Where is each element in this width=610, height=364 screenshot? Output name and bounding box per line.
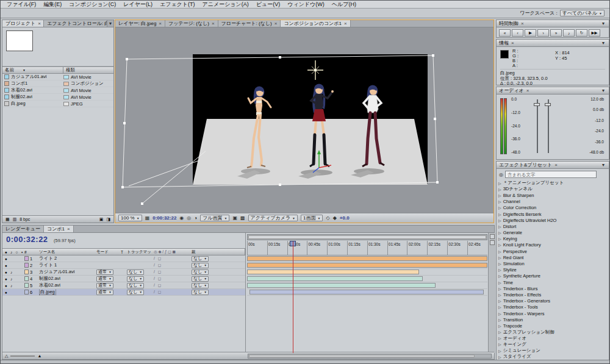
close-icon[interactable]: × xyxy=(554,162,558,168)
expander-icon[interactable]: ▷ xyxy=(498,336,501,340)
label-color-chip[interactable] xyxy=(24,263,29,268)
comp-flowchart-button[interactable] xyxy=(490,240,495,245)
effects-category-row[interactable]: ▷ Stylize xyxy=(497,267,609,273)
expander-icon[interactable]: ▷ xyxy=(498,312,501,316)
track-matte-select[interactable]: なし xyxy=(127,276,144,282)
label-color-chip[interactable] xyxy=(63,95,69,99)
close-icon[interactable]: × xyxy=(212,21,215,26)
first-frame-button[interactable]: « xyxy=(499,29,511,37)
track-matte-select[interactable]: なし xyxy=(127,269,144,275)
new-folder-icon[interactable]: ▣ xyxy=(99,217,104,222)
3d-switch-icon[interactable]: ◻ xyxy=(158,283,161,288)
zoom-slider[interactable] xyxy=(10,355,35,357)
parent-select[interactable]: なし xyxy=(192,269,209,275)
transparency-grid-icon[interactable]: ▩ xyxy=(240,215,245,221)
panel-menu-icon[interactable]: ▾ xyxy=(107,20,113,27)
ram-preview-button[interactable]: ▶▶ xyxy=(589,29,600,37)
expander-icon[interactable]: ▷ xyxy=(498,249,501,254)
zoom-out-icon[interactable]: △ xyxy=(5,354,8,359)
effects-category-row[interactable]: ▷ Tinderbox - Warpers xyxy=(497,310,609,316)
menu-item[interactable]: コンポジション(C) xyxy=(65,1,120,9)
expander-icon[interactable]: ▷ xyxy=(498,193,501,198)
column-type[interactable]: 種類 xyxy=(63,67,75,73)
effects-category-row[interactable]: ▷ Tinderbox - Effects xyxy=(497,291,609,298)
expander-icon[interactable]: ▷ xyxy=(498,205,501,210)
effects-category-row[interactable]: ▷ Transition xyxy=(497,316,609,323)
current-timecode[interactable]: 0:00:32:22 xyxy=(6,235,48,244)
audio-level-slider-right[interactable] xyxy=(548,99,549,153)
blend-mode-select[interactable]: 通常 xyxy=(96,290,113,295)
project-item-row[interactable]: コンポ1 コンポジション xyxy=(2,80,113,87)
3d-switch-icon[interactable]: ◻ xyxy=(158,263,161,268)
layer-row[interactable]: ● ♪ 4 制服02.avi 通常 なし / xyxy=(2,276,245,282)
speaker-icon[interactable] xyxy=(9,257,14,261)
layer-duration-bar[interactable] xyxy=(247,283,436,288)
timeline-horizontal-scrollbar[interactable] xyxy=(248,354,492,359)
expander-icon[interactable]: ▷ xyxy=(498,324,501,328)
effects-category-row[interactable]: ▷ Color Correction xyxy=(497,205,609,211)
effects-category-row[interactable]: ▷ Channel xyxy=(497,199,609,205)
close-icon[interactable]: × xyxy=(511,40,514,46)
effects-category-row[interactable]: ▷ Time xyxy=(497,279,609,285)
quality-switch-icon[interactable]: / xyxy=(154,263,155,268)
color-depth-icon[interactable]: ▥ xyxy=(13,217,17,222)
fast-preview-icon[interactable]: ◆ xyxy=(333,215,337,221)
eye-icon[interactable]: ● xyxy=(4,290,9,294)
layer-row[interactable]: ● 2 ライト 1 / xyxy=(2,262,245,269)
3d-switch-icon[interactable]: ◻ xyxy=(158,290,161,294)
expander-icon[interactable]: ▷ xyxy=(498,349,501,353)
viewer-timecode[interactable]: 0:00:32:22 xyxy=(152,215,176,221)
eye-icon[interactable]: ● xyxy=(4,263,9,268)
eye-icon[interactable]: ● xyxy=(4,257,9,261)
quality-switch-icon[interactable]: / xyxy=(154,269,155,274)
label-color-chip[interactable] xyxy=(24,276,29,281)
menu-item[interactable]: 編集(E) xyxy=(40,1,65,9)
slider-knob[interactable] xyxy=(534,103,540,106)
label-color-chip[interactable] xyxy=(63,88,69,93)
label-color-chip[interactable] xyxy=(63,75,69,79)
speaker-icon[interactable] xyxy=(9,263,14,268)
effects-category-row[interactable]: ▷ Knoll Light Factory xyxy=(497,242,609,248)
effects-category-row[interactable]: ▷ Synthetic Aperture xyxy=(497,273,609,279)
effects-category-row[interactable]: ▷ 3Dチャンネル xyxy=(497,186,609,192)
expander-icon[interactable]: ▷ xyxy=(498,181,501,185)
pixel-aspect-icon[interactable]: ◇ xyxy=(326,215,329,221)
expander-icon[interactable]: ▷ xyxy=(498,218,501,223)
speaker-icon[interactable]: ♪ xyxy=(9,284,14,288)
loop-button[interactable]: ↻ xyxy=(576,29,587,37)
eye-icon[interactable]: ● xyxy=(4,277,9,281)
effects-category-row[interactable]: ▷ Digieffects Berserk xyxy=(497,211,609,217)
quality-switch-icon[interactable]: / xyxy=(154,283,155,288)
zoom-select[interactable]: 100 % xyxy=(118,215,142,221)
parent-select[interactable]: なし xyxy=(192,276,209,282)
expander-icon[interactable]: ▷ xyxy=(498,287,501,291)
viewer-tab[interactable]: レイヤー: 白.jpeg × xyxy=(115,20,165,27)
parent-select[interactable]: なし xyxy=(192,256,209,262)
delete-icon[interactable]: ◨ xyxy=(106,217,110,222)
effects-category-row[interactable]: ▷ キーイング xyxy=(497,341,609,348)
effects-category-row[interactable]: ▷ Blur & Sharpen xyxy=(497,192,609,198)
column-mode[interactable]: モード xyxy=(96,249,121,255)
effects-category-row[interactable]: ▷ Perspective xyxy=(497,248,609,254)
3d-switch-icon[interactable]: ◻ xyxy=(158,269,161,274)
project-item-row[interactable]: カジュアル01.avi AVI Movie xyxy=(2,74,113,80)
expander-icon[interactable]: ▷ xyxy=(498,342,501,346)
effects-category-row[interactable]: ▷ Distort xyxy=(497,223,609,229)
layer-duration-bar[interactable] xyxy=(247,276,423,281)
effects-category-row[interactable]: ▷ オーディオ xyxy=(497,335,609,341)
speaker-icon[interactable]: ♪ xyxy=(9,277,14,281)
expander-icon[interactable]: ▷ xyxy=(498,237,501,241)
label-color-chip[interactable] xyxy=(24,269,29,274)
effects-category-row[interactable]: ▷ Tinderbox - Generators xyxy=(497,298,609,304)
effects-category-row[interactable]: ▷ ＊アニメーションプリセット xyxy=(497,180,609,186)
menu-item[interactable]: レイヤー(L) xyxy=(120,1,156,9)
blend-mode-select[interactable]: 通常 xyxy=(96,269,113,275)
expander-icon[interactable]: ▷ xyxy=(498,355,501,359)
tab-render-queue[interactable]: レンダーキュー xyxy=(2,226,44,232)
effects-category-row[interactable]: ▷ エクスプレッション制御 xyxy=(497,329,609,335)
close-icon[interactable]: × xyxy=(344,21,347,26)
effects-search-input[interactable] xyxy=(505,171,597,178)
expander-icon[interactable]: ▷ xyxy=(498,243,501,247)
panel-menu-icon[interactable]: ▾ xyxy=(600,162,606,168)
close-icon[interactable]: × xyxy=(159,21,162,26)
